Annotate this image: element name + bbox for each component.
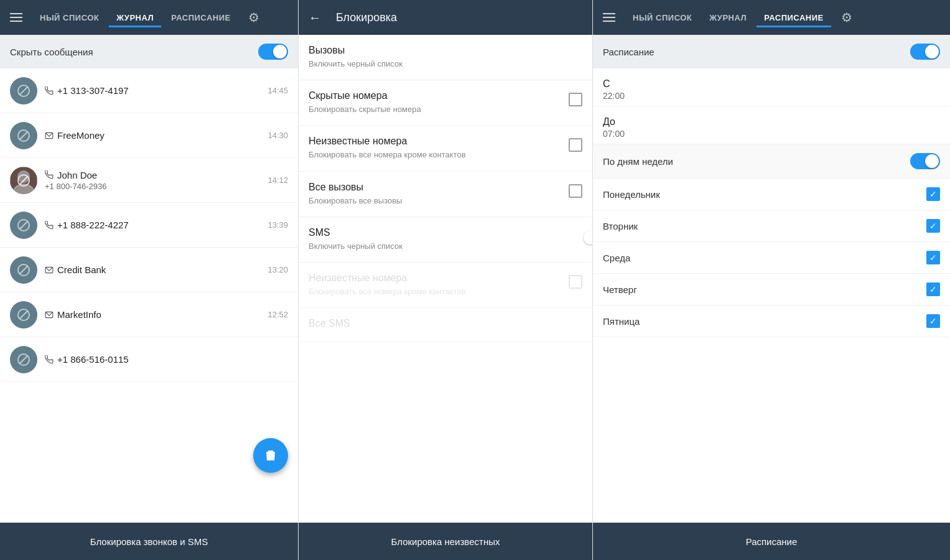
tab-journal[interactable]: ЖУРНАЛ bbox=[109, 8, 161, 27]
hamburger-icon[interactable] bbox=[10, 13, 22, 22]
schedule-toggle[interactable] bbox=[910, 44, 940, 60]
to-label: До bbox=[603, 116, 940, 128]
unknown-numbers-sub: Блокировать все номера кроме контактов bbox=[309, 149, 561, 161]
tab-blacklist-right[interactable]: НЫЙ СПИСОК bbox=[625, 8, 699, 27]
by-days-row: По дням недели bbox=[593, 144, 950, 179]
unknown-sms-control bbox=[569, 273, 582, 289]
hide-messages-toggle[interactable] bbox=[258, 44, 288, 60]
unknown-sms-checkbox bbox=[569, 275, 582, 289]
unknown-numbers-title: Неизвестные номера bbox=[309, 136, 561, 147]
settings-icon-right[interactable]: ⚙ bbox=[841, 10, 852, 25]
all-calls-control[interactable] bbox=[569, 182, 582, 198]
unknown-numbers-setting[interactable]: Неизвестные номера Блокировать все номер… bbox=[299, 126, 592, 171]
monday-checkbox[interactable]: ✓ bbox=[926, 187, 940, 201]
item-name: +1 313-307-4197 bbox=[57, 85, 129, 96]
delete-fab[interactable] bbox=[253, 438, 288, 473]
block-icon bbox=[10, 212, 37, 239]
tuesday-row[interactable]: Вторник ✓ bbox=[593, 210, 950, 242]
middle-title: Блокировка bbox=[336, 11, 582, 24]
item-content: +1 313-307-4197 bbox=[45, 85, 260, 96]
item-time: 12:52 bbox=[268, 310, 288, 319]
list-item[interactable]: +1 888-222-4227 13:39 bbox=[0, 203, 298, 248]
wednesday-checkbox[interactable]: ✓ bbox=[926, 251, 940, 264]
panel-right: НЫЙ СПИСОК ЖУРНАЛ РАСПИСАНИЕ ⚙ Расписани… bbox=[593, 0, 950, 560]
from-value: 22:00 bbox=[603, 91, 940, 101]
monday-row[interactable]: Понедельник ✓ bbox=[593, 179, 950, 210]
settings-list: Вызовы Включить черный список Скрытые но… bbox=[299, 35, 592, 523]
all-calls-sub: Блокировать все вызовы bbox=[309, 195, 561, 207]
block-icon bbox=[10, 77, 37, 105]
list-item[interactable]: +1 313-307-4197 14:45 bbox=[0, 68, 298, 113]
friday-row[interactable]: Пятница ✓ bbox=[593, 306, 950, 337]
by-days-label: По дням недели bbox=[603, 156, 673, 167]
tab-black-list[interactable]: НЫЙ СПИСОК bbox=[32, 8, 106, 27]
sms-sub: Включить черный список bbox=[309, 241, 575, 252]
right-bottombar: Расписание bbox=[593, 523, 950, 560]
hidden-numbers-control[interactable] bbox=[569, 90, 582, 106]
svg-line-3 bbox=[20, 132, 27, 139]
block-icon bbox=[10, 346, 37, 373]
unknown-sms-title: Неизвестные номера bbox=[309, 273, 561, 284]
to-value: 07:00 bbox=[603, 129, 940, 139]
hidden-numbers-setting[interactable]: Скрытые номера Блокировать скрытые номер… bbox=[299, 80, 592, 126]
from-label: С bbox=[603, 78, 940, 90]
all-calls-content: Все вызовы Блокировать все вызовы bbox=[309, 182, 561, 207]
hidden-numbers-checkbox[interactable] bbox=[569, 93, 582, 106]
unknown-numbers-content: Неизвестные номера Блокировать все номер… bbox=[309, 136, 561, 161]
to-time-block[interactable]: До 07:00 bbox=[593, 106, 950, 144]
list-item[interactable]: MarketInfo 12:52 bbox=[0, 292, 298, 337]
middle-bottombar-text: Блокировка неизвестных bbox=[391, 536, 500, 547]
tuesday-checkbox[interactable]: ✓ bbox=[926, 219, 940, 233]
thursday-row[interactable]: Четверг ✓ bbox=[593, 274, 950, 306]
unknown-numbers-control[interactable] bbox=[569, 136, 582, 152]
left-topbar: НЫЙ СПИСОК ЖУРНАЛ РАСПИСАНИЕ ⚙ bbox=[0, 0, 298, 35]
schedule-label: Расписание bbox=[603, 47, 654, 57]
schedule-row: Расписание bbox=[593, 35, 950, 68]
list-item[interactable]: Credit Bank 13:20 bbox=[0, 248, 298, 292]
item-name: John Doe bbox=[57, 170, 97, 180]
right-tabs: НЫЙ СПИСОК ЖУРНАЛ РАСПИСАНИЕ bbox=[625, 8, 831, 27]
unknown-sms-setting: Неизвестные номера Блокировать все номер… bbox=[299, 263, 592, 308]
list-item[interactable]: FreeMoney 14:30 bbox=[0, 113, 298, 158]
right-topbar: НЫЙ СПИСОК ЖУРНАЛ РАСПИСАНИЕ ⚙ bbox=[593, 0, 950, 35]
thursday-checkbox[interactable]: ✓ bbox=[926, 282, 940, 296]
list-item[interactable]: +1 866-516-0115 bbox=[0, 337, 298, 382]
sms-content: SMS Включить черный список bbox=[309, 227, 575, 252]
item-time: 14:30 bbox=[268, 131, 288, 140]
by-days-toggle[interactable] bbox=[910, 153, 940, 169]
all-sms-content: Все SMS bbox=[309, 318, 582, 332]
wednesday-row[interactable]: Среда ✓ bbox=[593, 242, 950, 274]
list-item[interactable]: John Doe +1 800-746-2936 14:12 bbox=[0, 158, 298, 203]
unknown-sms-sub: Блокировать все номера кроме контактов bbox=[309, 286, 561, 297]
from-time-block[interactable]: С 22:00 bbox=[593, 68, 950, 106]
block-icon bbox=[10, 301, 37, 329]
friday-checkbox[interactable]: ✓ bbox=[926, 314, 940, 328]
item-name: FreeMoney bbox=[57, 130, 105, 141]
item-content: Credit Bank bbox=[45, 264, 260, 275]
all-sms-setting: Все SMS bbox=[299, 308, 592, 342]
block-icon bbox=[10, 256, 37, 284]
tab-journal-right[interactable]: ЖУРНАЛ bbox=[702, 8, 754, 27]
left-tabs: НЫЙ СПИСОК ЖУРНАЛ РАСПИСАНИЕ bbox=[32, 8, 238, 27]
all-calls-checkbox[interactable] bbox=[569, 184, 582, 198]
sms-setting[interactable]: SMS Включить черный список bbox=[299, 217, 592, 263]
back-button[interactable]: ← bbox=[309, 11, 321, 25]
unknown-numbers-checkbox[interactable] bbox=[569, 138, 582, 152]
hidden-numbers-content: Скрытые номера Блокировать скрытые номер… bbox=[309, 90, 561, 115]
calls-setting[interactable]: Вызовы Включить черный список bbox=[299, 35, 592, 80]
settings-icon-left[interactable]: ⚙ bbox=[248, 10, 259, 25]
svg-line-16 bbox=[20, 311, 27, 319]
item-time: 14:12 bbox=[268, 175, 288, 185]
item-name: +1 866-516-0115 bbox=[57, 354, 129, 365]
block-icon bbox=[10, 122, 37, 149]
blocked-list: +1 313-307-4197 14:45 FreeMoney 14:30 bbox=[0, 68, 298, 523]
tab-schedule-right[interactable]: РАСПИСАНИЕ bbox=[757, 8, 831, 27]
item-time: 13:39 bbox=[268, 220, 288, 230]
tab-schedule-left[interactable]: РАСПИСАНИЕ bbox=[164, 8, 238, 27]
svg-line-13 bbox=[20, 266, 27, 274]
item-time: 13:20 bbox=[268, 265, 288, 274]
all-calls-setting[interactable]: Все вызовы Блокировать все вызовы bbox=[299, 172, 592, 217]
hamburger-icon-right[interactable] bbox=[603, 13, 615, 22]
svg-line-1 bbox=[20, 87, 27, 95]
svg-line-11 bbox=[20, 222, 27, 229]
